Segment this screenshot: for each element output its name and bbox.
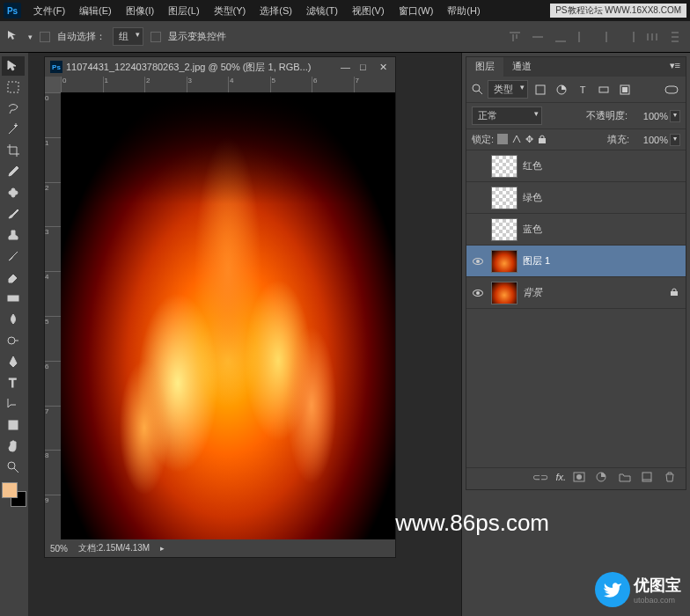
menu-select[interactable]: 选择(S) <box>253 4 299 18</box>
layer-row[interactable]: 红色 <box>466 150 686 182</box>
fg-color-swatch[interactable] <box>2 482 18 498</box>
mask-icon[interactable] <box>573 472 589 486</box>
blend-mode-dropdown[interactable]: 正常 <box>472 106 542 125</box>
zoom-tool[interactable] <box>2 458 25 477</box>
layer-thumbnail[interactable] <box>491 155 518 178</box>
eyedropper-tool[interactable] <box>2 162 25 181</box>
fill-value[interactable]: 100% <box>633 135 668 145</box>
layer-row[interactable]: 绿色 <box>466 182 686 214</box>
close-button[interactable]: ✕ <box>379 62 390 72</box>
layer-thumbnail[interactable] <box>491 187 518 209</box>
menu-window[interactable]: 窗口(W) <box>392 4 441 18</box>
show-transform-checkbox[interactable] <box>150 32 161 42</box>
filter-pixel-icon[interactable] <box>532 82 549 98</box>
new-layer-icon[interactable] <box>642 472 657 486</box>
align-top-icon[interactable] <box>507 30 523 44</box>
visibility-toggle[interactable] <box>470 190 486 206</box>
dist-v-icon[interactable] <box>667 30 683 44</box>
lock-all-icon[interactable] <box>537 134 547 146</box>
blur-tool[interactable] <box>2 310 25 329</box>
layer-name[interactable]: 红色 <box>523 159 682 172</box>
history-brush-tool[interactable] <box>2 246 25 266</box>
panel-menu-icon[interactable]: ▾≡ <box>664 57 686 77</box>
lock-transparency-icon[interactable] <box>497 134 508 146</box>
menu-type[interactable]: 类型(Y) <box>207 4 253 18</box>
menu-image[interactable]: 图像(I) <box>119 4 161 18</box>
eraser-tool[interactable] <box>2 268 25 287</box>
maximize-button[interactable]: □ <box>360 62 371 72</box>
canvas[interactable] <box>61 92 395 539</box>
layer-thumbnail[interactable] <box>491 282 518 304</box>
layer-name[interactable]: 蓝色 <box>523 223 682 236</box>
tool-preset-arrow[interactable]: ▾ <box>28 33 33 41</box>
visibility-toggle[interactable] <box>470 253 486 269</box>
menu-layer[interactable]: 图层(L) <box>161 4 206 18</box>
stamp-tool[interactable] <box>2 225 25 245</box>
marquee-tool[interactable] <box>2 77 25 97</box>
opacity-value[interactable]: 100% <box>633 111 668 121</box>
lasso-tool[interactable] <box>2 99 25 118</box>
fill-arrow[interactable]: ▾ <box>670 134 680 146</box>
filter-kind-dropdown[interactable]: 类型 <box>488 80 528 99</box>
visibility-toggle[interactable] <box>470 158 486 174</box>
auto-select-dropdown[interactable]: 组 <box>113 27 143 46</box>
ruler-vertical[interactable]: 0123456789 <box>45 92 61 539</box>
visibility-toggle[interactable] <box>470 285 486 301</box>
menu-file[interactable]: 文件(F) <box>26 4 72 18</box>
align-bottom-icon[interactable] <box>553 30 569 44</box>
brush-tool[interactable] <box>2 204 25 224</box>
layer-name[interactable]: 背景 <box>523 286 664 299</box>
filter-adjust-icon[interactable] <box>553 82 570 98</box>
shape-tool[interactable] <box>2 415 25 435</box>
healing-tool[interactable] <box>2 183 25 202</box>
align-left-icon[interactable] <box>576 30 591 44</box>
crop-tool[interactable] <box>2 141 25 160</box>
fx-icon[interactable]: fx. <box>555 472 566 486</box>
layer-row[interactable]: 图层 1 <box>466 246 686 277</box>
wand-tool[interactable] <box>2 120 25 139</box>
pen-tool[interactable] <box>2 352 25 371</box>
filter-smart-icon[interactable] <box>616 82 634 98</box>
opacity-arrow[interactable]: ▾ <box>670 110 680 122</box>
align-vcenter-icon[interactable] <box>530 30 546 44</box>
dodge-tool[interactable] <box>2 331 25 350</box>
ruler-horizontal[interactable]: 01234567 <box>61 77 395 92</box>
lock-pixels-icon[interactable] <box>511 134 522 146</box>
filter-toggle[interactable] <box>663 82 680 98</box>
menu-view[interactable]: 视图(V) <box>345 4 392 18</box>
layer-thumbnail[interactable] <box>491 218 518 241</box>
minimize-button[interactable]: — <box>341 62 351 72</box>
dist-h-icon[interactable] <box>644 30 660 44</box>
layer-row[interactable]: 蓝色 <box>466 214 686 246</box>
gradient-tool[interactable] <box>2 289 25 308</box>
visibility-toggle[interactable] <box>470 222 486 238</box>
menu-filter[interactable]: 滤镜(T) <box>299 4 345 18</box>
layer-thumbnail[interactable] <box>491 250 518 273</box>
move-tool[interactable] <box>2 56 25 76</box>
layer-name[interactable]: 图层 1 <box>523 254 682 268</box>
delete-icon[interactable] <box>664 472 680 486</box>
layer-name[interactable]: 绿色 <box>523 191 682 204</box>
path-tool[interactable] <box>2 394 25 414</box>
group-icon[interactable] <box>619 472 635 486</box>
search-icon[interactable] <box>472 84 484 96</box>
document-titlebar[interactable]: Ps 11074431_122403780263_2.jpg @ 50% (图层… <box>45 57 395 77</box>
align-hcenter-icon[interactable] <box>598 30 614 44</box>
zoom-level[interactable]: 50% <box>50 544 68 554</box>
color-swatches[interactable] <box>2 482 26 507</box>
link-layers-icon[interactable]: ⊂⊃ <box>532 472 548 486</box>
tab-channels[interactable]: 通道 <box>503 57 540 77</box>
layer-row[interactable]: 背景 <box>466 277 686 309</box>
auto-select-checkbox[interactable] <box>40 32 50 42</box>
lock-position-icon[interactable]: ✥ <box>525 134 533 145</box>
menu-help[interactable]: 帮助(H) <box>440 4 487 18</box>
filter-type-icon[interactable]: T <box>574 82 591 98</box>
align-right-icon[interactable] <box>621 30 637 44</box>
doc-size[interactable]: 文档:2.15M/4.13M <box>78 542 150 554</box>
type-tool[interactable]: T <box>2 373 25 392</box>
menu-edit[interactable]: 编辑(E) <box>72 4 119 18</box>
adjustment-icon[interactable] <box>596 472 612 486</box>
filter-shape-icon[interactable] <box>595 82 613 98</box>
hand-tool[interactable] <box>2 436 25 456</box>
tab-layers[interactable]: 图层 <box>466 57 503 77</box>
